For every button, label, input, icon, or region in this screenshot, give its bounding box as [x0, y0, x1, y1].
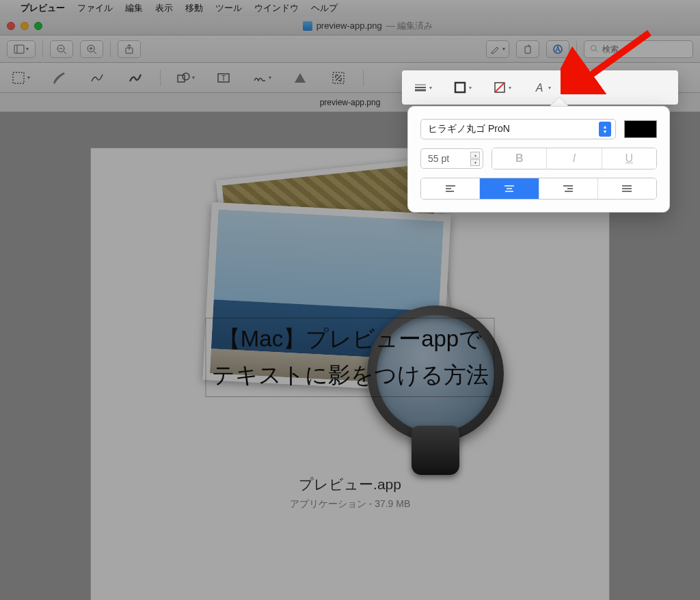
svg-line-6	[94, 51, 96, 54]
font-size-value: 55 pt	[428, 153, 449, 164]
tab-label[interactable]: preview-app.png	[320, 98, 381, 107]
caption: プレビュー.app アプリケーション - 37.9 MB	[91, 475, 609, 510]
caption-name: プレビュー.app	[91, 475, 609, 494]
line-style-button[interactable]: ▾	[410, 78, 435, 97]
menu-tools[interactable]: ツール	[215, 2, 242, 14]
menu-file[interactable]: ファイル	[77, 2, 113, 14]
window-minimize-button[interactable]	[21, 22, 29, 30]
svg-point-17	[183, 73, 189, 80]
svg-text:T: T	[221, 74, 226, 82]
instant-alpha-button[interactable]	[45, 68, 72, 87]
underline-button[interactable]: U	[602, 148, 656, 169]
zoom-in-button[interactable]	[80, 40, 103, 58]
selection-tool-button[interactable]: ▾	[7, 68, 34, 87]
align-justify-button[interactable]	[597, 178, 656, 199]
menu-view[interactable]: 表示	[155, 2, 173, 14]
text-align-group	[420, 178, 657, 200]
svg-rect-0	[14, 45, 24, 53]
window-zoom-button[interactable]	[34, 22, 42, 30]
text-line-1: 【Mac】プレビューappで	[212, 321, 489, 357]
share-button[interactable]	[118, 40, 141, 58]
document: 【Mac】プレビューappで テキストに影をつける方法 プレビュー.app アプ…	[90, 148, 610, 600]
sidebar-toggle-button[interactable]: ▾	[7, 40, 36, 58]
font-size-field[interactable]: 55 pt ▴▾	[420, 148, 483, 169]
highlight-button[interactable]: ▾	[486, 40, 509, 58]
text-annotation[interactable]: 【Mac】プレビューappで テキストに影をつける方法	[206, 318, 495, 397]
menu-go[interactable]: 移動	[185, 2, 203, 14]
border-color-button[interactable]: ▾	[450, 78, 474, 97]
zoom-out-button[interactable]	[50, 40, 73, 58]
svg-rect-25	[455, 83, 465, 92]
fill-color-button[interactable]: ▾	[489, 78, 514, 97]
menu-bar: プレビュー ファイル 編集 表示 移動 ツール ウインドウ ヘルプ	[0, 0, 700, 16]
align-left-button[interactable]	[421, 178, 479, 199]
menu-help[interactable]: ヘルプ	[311, 2, 338, 14]
align-right-button[interactable]	[539, 178, 597, 199]
svg-line-42	[581, 33, 649, 82]
svg-marker-20	[295, 73, 306, 83]
rotate-button[interactable]	[516, 40, 539, 58]
chevron-down-icon: ▾	[502, 46, 505, 52]
annotation-arrow	[561, 26, 656, 97]
text-style-popover: ヒラギノ丸ゴ ProN ▲▼ 55 pt ▴▾ B I U	[407, 106, 670, 213]
menu-window[interactable]: ウインドウ	[254, 2, 299, 14]
document-icon	[303, 21, 312, 31]
caption-meta: アプリケーション - 37.9 MB	[91, 498, 609, 510]
font-family-select[interactable]: ヒラギノ丸ゴ ProN ▲▼	[420, 119, 616, 139]
font-size-stepper[interactable]: ▴▾	[470, 152, 480, 166]
menu-edit[interactable]: 編集	[125, 2, 143, 14]
align-center-button[interactable]	[479, 178, 538, 199]
text-tool-button[interactable]: T	[210, 68, 237, 87]
adjust-color-button[interactable]	[286, 68, 314, 87]
font-family-value: ヒラギノ丸ゴ ProN	[428, 123, 510, 135]
sign-button[interactable]: ▾	[248, 68, 275, 87]
text-style-group: B I U	[492, 148, 657, 169]
app-menu[interactable]: プレビュー	[21, 2, 65, 14]
window-title: preview-app.png	[317, 21, 382, 31]
svg-line-3	[64, 51, 66, 54]
stepper-icon: ▲▼	[599, 122, 611, 137]
italic-button[interactable]: I	[546, 148, 601, 169]
svg-rect-11	[525, 46, 530, 53]
text-style-button[interactable]: A▾	[529, 78, 554, 97]
draw-tool-button[interactable]	[122, 68, 149, 87]
window-edited-status: — 編集済み	[386, 20, 433, 32]
svg-text:A: A	[535, 82, 543, 94]
shapes-button[interactable]: ▾	[172, 68, 199, 87]
bold-button[interactable]: B	[492, 148, 546, 169]
svg-rect-15	[13, 72, 24, 83]
text-line-2: テキストに影をつける方法	[212, 357, 489, 394]
text-color-swatch[interactable]	[624, 120, 657, 138]
traffic-lights	[7, 22, 42, 30]
svg-line-27	[495, 83, 504, 92]
sketch-tool-button[interactable]	[83, 68, 111, 87]
adjust-size-button[interactable]	[325, 68, 352, 87]
chevron-down-icon: ▾	[26, 46, 29, 52]
window-close-button[interactable]	[7, 22, 15, 30]
